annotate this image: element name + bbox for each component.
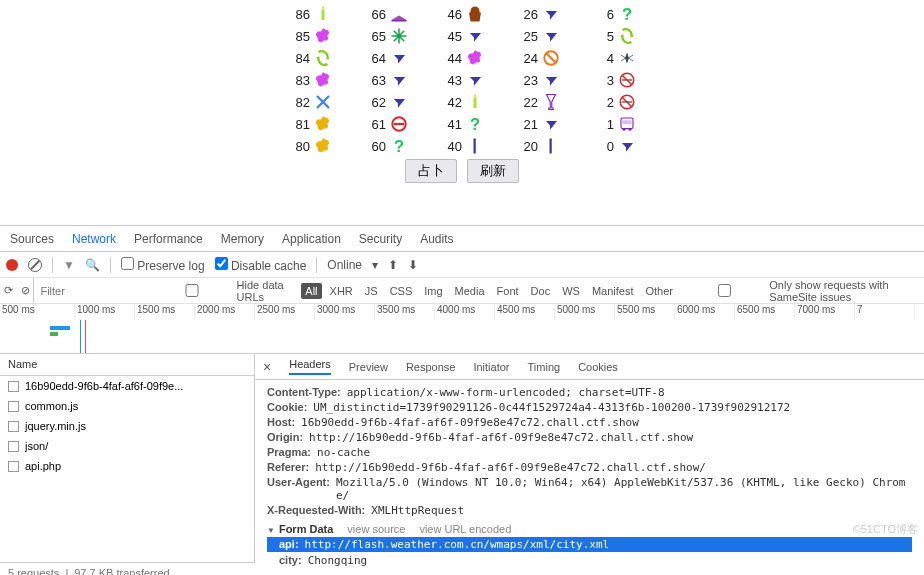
grid-cell: 45	[440, 27, 484, 45]
timeline[interactable]: 500 ms1000 ms1500 ms2000 ms2500 ms3000 m…	[0, 304, 924, 354]
tab-network[interactable]: Network	[72, 232, 116, 246]
grid-cell: 1	[592, 115, 636, 133]
filter-all[interactable]: All	[301, 283, 321, 299]
preserve-log-checkbox[interactable]: Preserve log	[121, 257, 205, 273]
nosign-icon	[542, 49, 560, 67]
request-item[interactable]: jquery.min.js	[0, 416, 254, 436]
grid-cell: 63	[364, 71, 408, 89]
request-item[interactable]: api.php	[0, 456, 254, 476]
nosmoking-icon	[618, 71, 636, 89]
grid-cell: 60	[364, 137, 408, 155]
grid-cell: 44	[440, 49, 484, 67]
tab-audits[interactable]: Audits	[420, 232, 453, 246]
icon-grid: 8685848382818066656463626160464544434241…	[288, 5, 636, 155]
dtab-cookies[interactable]: Cookies	[578, 361, 618, 373]
grid-cell: 80	[288, 137, 332, 155]
filter-js[interactable]: JS	[361, 283, 382, 299]
dtab-response[interactable]: Response	[406, 361, 456, 373]
plane-icon	[466, 71, 484, 89]
filter-ws[interactable]: WS	[558, 283, 584, 299]
devtools-tabs: SourcesNetworkPerformanceMemoryApplicati…	[0, 226, 924, 252]
search-icon[interactable]: 🔍	[85, 258, 100, 272]
filter-manifest[interactable]: Manifest	[588, 283, 638, 299]
network-toolbar: ▼ 🔍 Preserve log Disable cache Online ▾ …	[0, 252, 924, 278]
tab-security[interactable]: Security	[359, 232, 402, 246]
disable-cache-checkbox[interactable]: Disable cache	[215, 257, 307, 273]
splat-p-icon	[314, 71, 332, 89]
filter-css[interactable]: CSS	[386, 283, 417, 299]
reload-icon[interactable]: ⟳	[4, 284, 13, 297]
mosq-icon	[618, 49, 636, 67]
plane-icon	[618, 137, 636, 155]
grid-cell: 85	[288, 27, 332, 45]
close-icon[interactable]: ×	[263, 359, 271, 375]
tab-performance[interactable]: Performance	[134, 232, 203, 246]
splat-y-icon	[314, 115, 332, 133]
grid-cell: 2	[592, 93, 636, 111]
page-content: 8685848382818066656463626160464544434241…	[0, 0, 924, 225]
samesite-checkbox[interactable]: Only show requests with SameSite issues	[683, 279, 924, 303]
request-item[interactable]: common.js	[0, 396, 254, 416]
line-icon	[542, 137, 560, 155]
bus-icon	[618, 115, 636, 133]
filter-media[interactable]: Media	[451, 283, 489, 299]
grid-cell: 43	[440, 71, 484, 89]
tab-sources[interactable]: Sources	[10, 232, 54, 246]
upload-throttle-icon[interactable]: ⬆	[388, 258, 398, 272]
tab-memory[interactable]: Memory	[221, 232, 264, 246]
grid-cell: 64	[364, 49, 408, 67]
grid-cell: 46	[440, 5, 484, 23]
dtab-preview[interactable]: Preview	[349, 361, 388, 373]
request-item[interactable]: 16b90edd-9f6b-4faf-af6f-09f9e...	[0, 376, 254, 396]
grid-cell: 0	[592, 137, 636, 155]
grid-cell: 4	[592, 49, 636, 67]
grid-cell: 26	[516, 5, 560, 23]
grid-cell: 62	[364, 93, 408, 111]
record-button[interactable]	[6, 259, 18, 271]
dtab-initiator[interactable]: Initiator	[473, 361, 509, 373]
filter-xhr[interactable]: XHR	[326, 283, 357, 299]
plane-icon	[390, 71, 408, 89]
dtab-timing[interactable]: Timing	[528, 361, 561, 373]
headers-content: Content-Type:application/x-www-form-urle…	[255, 380, 924, 575]
grid-cell: 66	[364, 5, 408, 23]
stop-icon[interactable]: ⊘	[21, 284, 30, 297]
status-footer: 5 requests | 97.7 KB transferred	[0, 562, 255, 575]
grid-cell: 21	[516, 115, 560, 133]
divination-button[interactable]: 占卜	[405, 159, 457, 183]
noentry-icon	[390, 115, 408, 133]
details-tabs: × HeadersPreviewResponseInitiatorTimingC…	[255, 354, 924, 380]
grid-cell: 42	[440, 93, 484, 111]
splat-p-icon	[314, 27, 332, 45]
grid-cell: 82	[288, 93, 332, 111]
filter-toggle-icon[interactable]: ▼	[63, 258, 75, 272]
tab-application[interactable]: Application	[282, 232, 341, 246]
star-g-icon	[390, 27, 408, 45]
details-pane: × HeadersPreviewResponseInitiatorTimingC…	[255, 354, 924, 575]
grid-cell: 25	[516, 27, 560, 45]
refresh-button[interactable]: 刷新	[467, 159, 519, 183]
dtab-headers[interactable]: Headers	[289, 358, 331, 375]
clear-button[interactable]	[28, 258, 42, 272]
download-throttle-icon[interactable]: ⬇	[408, 258, 418, 272]
plane-icon	[542, 5, 560, 23]
online-select[interactable]: Online	[327, 258, 362, 272]
grid-cell: 84	[288, 49, 332, 67]
candle-icon	[466, 93, 484, 111]
grid-cell: 65	[364, 27, 408, 45]
grid-cell: 40	[440, 137, 484, 155]
q-icon	[618, 5, 636, 23]
filter-input[interactable]	[34, 283, 144, 299]
request-item[interactable]: json/	[0, 436, 254, 456]
filter-doc[interactable]: Doc	[527, 283, 555, 299]
type-filter: AllXHRJSCSSImgMediaFontDocWSManifestOthe…	[301, 283, 677, 299]
name-column-header[interactable]: Name	[0, 354, 254, 376]
filter-other[interactable]: Other	[641, 283, 677, 299]
x-b-icon	[314, 93, 332, 111]
filter-font[interactable]: Font	[493, 283, 523, 299]
filter-img[interactable]: Img	[420, 283, 446, 299]
filter-bar: ⟳ ⊘ Hide data URLs AllXHRJSCSSImgMediaFo…	[0, 278, 924, 304]
cycle-icon	[618, 27, 636, 45]
hide-data-urls-checkbox[interactable]: Hide data URLs	[150, 279, 295, 303]
timeline-ticks: 500 ms1000 ms1500 ms2000 ms2500 ms3000 m…	[0, 304, 924, 320]
